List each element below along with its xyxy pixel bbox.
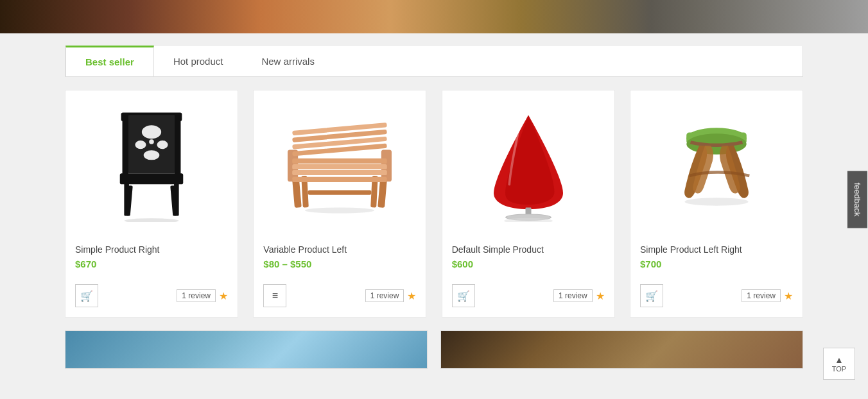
product-image-1 [65,90,238,238]
product-name-2: Variable Product Left [263,244,416,255]
add-to-cart-button-1[interactable]: 🛒 [75,284,98,307]
svg-point-17 [144,150,160,160]
products-grid: Simple Product Right $670 🛒 1 review ★ [65,90,803,318]
svg-rect-28 [293,177,388,182]
product-name-4: Simple Product Left Right [640,244,793,255]
svg-rect-5 [123,115,128,176]
product-info-3: Default Simple Product $600 [442,238,614,279]
product-info-2: Variable Product Left $80 – $550 [254,238,426,279]
list-icon-2: ≡ [272,290,278,301]
star-icon-1: ★ [219,290,228,302]
tab-hot-product[interactable]: Hot product [154,46,243,76]
product-info-4: Simple Product Left Right $700 [630,238,803,279]
tab-best-seller[interactable]: Best seller [65,46,154,76]
add-to-cart-button-4[interactable]: 🛒 [640,284,663,307]
svg-rect-4 [120,173,184,184]
tab-new-arrivals[interactable]: New arrivals [242,46,334,76]
bottom-images [65,330,803,369]
product-image-2 [254,90,426,238]
tabs-container: Best seller Hot product New arrivals [65,46,803,77]
product-actions-1: 🛒 1 review ★ [65,279,238,317]
top-button[interactable]: ▲ TOP [823,348,855,375]
product-info-1: Simple Product Right $670 [65,238,238,279]
product-name-1: Simple Product Right [75,244,228,255]
svg-point-43 [684,198,748,206]
product-card-1[interactable]: Simple Product Right $670 🛒 1 review ★ [65,90,238,318]
product-image-3 [442,90,614,238]
svg-point-18 [149,139,154,144]
product-actions-3: 🛒 1 review ★ [442,279,614,317]
star-icon-2: ★ [407,290,416,302]
add-to-cart-button-3[interactable]: 🛒 [452,284,475,307]
svg-rect-30 [293,158,388,164]
svg-rect-27 [293,170,388,175]
svg-rect-23 [378,178,388,208]
product-price-3: $600 [452,259,605,269]
svg-rect-6 [175,115,180,176]
product-card-3[interactable]: Default Simple Product $600 🛒 1 review ★ [442,90,615,318]
product-actions-2: ≡ 1 review ★ [254,279,426,317]
review-section-1: 1 review ★ [177,289,228,302]
product-card-4[interactable]: Simple Product Left Right $700 🛒 1 revie… [630,90,803,318]
star-icon-4: ★ [784,290,793,302]
review-badge-4: 1 review [742,289,781,302]
svg-rect-22 [292,178,302,208]
svg-point-16 [157,140,168,149]
product-price-1: $670 [75,259,228,269]
star-icon-3: ★ [596,290,605,302]
product-price-2: $80 – $550 [263,259,416,269]
bottom-image-1 [65,330,428,369]
product-card-2[interactable]: Variable Product Left $80 – $550 ≡ 1 rev… [253,90,426,318]
review-badge-1: 1 review [177,289,216,302]
svg-point-35 [305,208,374,214]
svg-point-15 [135,140,146,149]
top-arrow-icon: ▲ [835,355,844,365]
review-section-4: 1 review ★ [742,289,793,302]
product-actions-4: 🛒 1 review ★ [630,279,803,317]
hero-banner [0,0,868,33]
svg-rect-26 [308,191,372,195]
add-to-cart-button-2[interactable]: ≡ [263,284,286,307]
product-price-4: $700 [640,259,793,269]
review-badge-3: 1 review [553,289,593,302]
feedback-tab[interactable]: feedback [847,171,867,228]
review-section-2: 1 review ★ [365,289,417,302]
product-name-3: Default Simple Product [452,244,605,255]
svg-rect-29 [293,164,388,169]
product-image-4 [630,90,803,238]
review-badge-2: 1 review [365,289,404,302]
svg-point-14 [142,125,161,139]
svg-point-19 [124,218,178,222]
review-section-3: 1 review ★ [553,289,605,302]
bottom-image-2 [440,330,803,369]
